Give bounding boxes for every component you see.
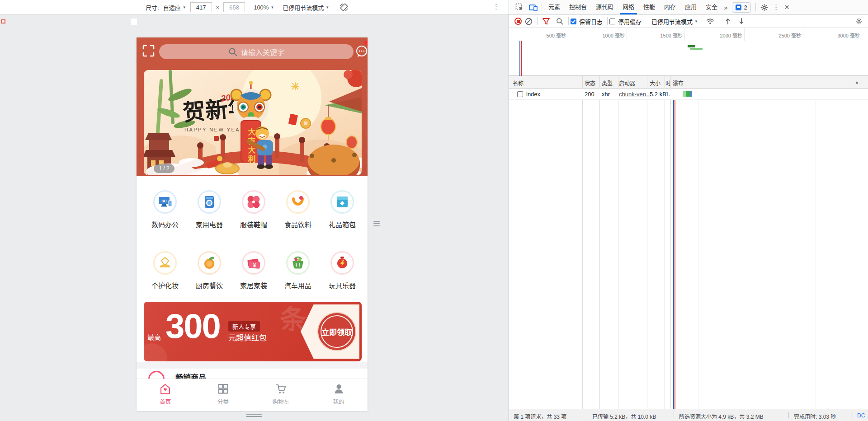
person-icon: [333, 383, 345, 395]
clear-network-log-icon[interactable]: [522, 15, 535, 27]
column-name[interactable]: 名称: [513, 79, 524, 87]
devtools-settings-icon[interactable]: [758, 1, 771, 13]
more-tabs-icon[interactable]: »: [722, 4, 729, 11]
category-toys[interactable]: 玩具乐器: [320, 251, 364, 290]
request-checkbox[interactable]: [517, 91, 523, 97]
inspect-element-icon[interactable]: [513, 1, 526, 13]
tab-network[interactable]: 网络: [618, 0, 639, 14]
request-initiator-link[interactable]: chunk-ven…: [619, 91, 652, 98]
request-size: 5.2 kB: [650, 91, 666, 98]
tab-sources[interactable]: 源代码: [591, 0, 618, 14]
category-kitchen[interactable]: 厨房餐饮: [187, 251, 231, 290]
device-toolbar-toggle-icon[interactable]: [526, 1, 540, 13]
tab-elements[interactable]: 元素: [544, 0, 565, 14]
tab-cart[interactable]: 购物车: [252, 379, 310, 411]
column-type[interactable]: 类型: [602, 79, 613, 87]
export-har-icon[interactable]: [735, 15, 748, 27]
screen: 尺寸: 自适应▼ × 100%▼ 已停用节流模式▼ ⋮: [0, 0, 868, 421]
diamond-ring-icon: [153, 251, 177, 275]
column-time[interactable]: 时: [665, 79, 670, 87]
preserve-log-checkbox[interactable]: [571, 19, 576, 24]
coupon-ticket-icon: ¥: [242, 251, 265, 275]
category-label: 服装鞋帽: [240, 220, 267, 229]
chevron-down-icon: ▼: [326, 5, 329, 9]
chevron-down-icon: ▼: [183, 5, 186, 9]
search-input[interactable]: 请输入关键字: [159, 44, 354, 59]
request-status: 200: [585, 91, 594, 98]
coupon-max-label: 最高: [147, 332, 161, 341]
category-home-appliance[interactable]: 家用电器: [187, 190, 231, 229]
category-auto[interactable]: 汽车用品: [276, 251, 320, 290]
message-bubble-icon[interactable]: [355, 45, 368, 58]
column-status[interactable]: 状态: [585, 79, 595, 87]
devtools-panel: 元素 控制台 源代码 网络 性能 内存 应用 安全 » 2 ⋮ ✕: [509, 0, 868, 421]
category-row-1: 3C 数码办公 家用电器: [137, 190, 368, 229]
network-throttling-dropdown[interactable]: 已停用节流模式 ▼: [651, 17, 698, 26]
devtools-more-icon[interactable]: ⋮: [771, 3, 781, 11]
device-toolbar: 尺寸: 自适应▼ × 100%▼ 已停用节流模式▼ ⋮: [0, 0, 509, 15]
preserve-log-label[interactable]: 保留日志: [579, 17, 603, 26]
network-conditions-icon[interactable]: [703, 15, 717, 27]
record-network-log-icon[interactable]: [514, 18, 522, 25]
white-marker: [131, 19, 137, 25]
category-gifts-bags[interactable]: 礼品箱包: [320, 190, 364, 229]
new-user-coupon-banner[interactable]: 一条 最高 300 新人专享 元超值红包 立即领取: [144, 302, 362, 361]
rotate-icon[interactable]: [340, 3, 349, 12]
scan-qr-icon[interactable]: [142, 45, 155, 57]
banner-subtitle: HAPPY NEW YEAR: [184, 127, 245, 132]
zoom-dropdown[interactable]: 100%▼: [254, 4, 274, 11]
throttling-dropdown[interactable]: 已停用节流模式▼: [283, 3, 329, 12]
category-digital-office[interactable]: 3C 数码办公: [143, 190, 187, 229]
category-personal-care[interactable]: 个护化妆: [143, 251, 187, 290]
tab-label: 购物车: [273, 397, 290, 406]
transferred-summary: 已传输 5.2 kB，共 10.0 kB: [592, 412, 656, 420]
search-network-icon[interactable]: [553, 15, 566, 27]
responsive-mode-dropdown[interactable]: 自适应▼: [163, 3, 186, 12]
claim-coupon-button[interactable]: 立即领取: [317, 312, 356, 351]
tab-performance[interactable]: 性能: [639, 0, 660, 14]
issues-count: 2: [744, 4, 747, 11]
device-toolbar-more-icon[interactable]: ⋮: [493, 3, 500, 11]
page-background: 请输入关键字: [0, 15, 509, 421]
chevron-down-icon: ▼: [270, 5, 274, 9]
hot-products-section: 畅销商品: [137, 369, 368, 379]
timeline-ruler: 500 毫秒 1000 毫秒 1500 毫秒 2000 毫秒 2500 毫秒 3…: [509, 28, 868, 41]
column-waterfall[interactable]: 瀑布: [673, 79, 684, 87]
category-home-decor[interactable]: ¥ 家居家装: [231, 251, 276, 290]
gift-box-icon: [330, 190, 354, 214]
filter-icon[interactable]: [539, 15, 553, 27]
viewport-width-input[interactable]: [190, 2, 212, 12]
category-clothing[interactable]: 服装鞋帽: [231, 190, 276, 229]
issues-badge[interactable]: 2: [732, 2, 750, 13]
import-har-icon[interactable]: [721, 15, 735, 27]
ruler-tick-label: 1000 毫秒: [575, 32, 625, 39]
tab-label: 分类: [217, 397, 229, 406]
tab-home[interactable]: 首页: [137, 379, 194, 411]
column-size[interactable]: 大小: [650, 79, 660, 87]
dcl-event-line: [519, 41, 520, 76]
load-event-line: [675, 89, 675, 409]
viewport-height-input[interactable]: [223, 2, 245, 12]
sort-ascending-icon[interactable]: ▲: [855, 80, 859, 84]
waterfall-stalled-bar: [683, 91, 686, 97]
tab-memory[interactable]: 内存: [660, 0, 680, 14]
coupon-amount: 300: [165, 309, 220, 343]
tab-profile[interactable]: 我的: [310, 379, 368, 411]
tab-security[interactable]: 安全: [701, 0, 722, 14]
column-initiator[interactable]: 启动器: [619, 79, 635, 87]
request-name[interactable]: index: [526, 91, 540, 98]
network-settings-icon[interactable]: [852, 15, 866, 27]
requests-table-header: 名称 状态 类型 启动器 大小 时 瀑布 ▲: [509, 76, 868, 89]
network-overview[interactable]: [509, 41, 868, 76]
coupon-badge: 新人专享: [228, 321, 260, 332]
disable-cache-checkbox[interactable]: [609, 19, 615, 24]
domcontentloaded-time: DC: [857, 412, 865, 419]
disable-cache-label[interactable]: 停用缓存: [618, 17, 642, 26]
devtools-close-icon[interactable]: ✕: [781, 4, 793, 11]
tab-console[interactable]: 控制台: [565, 0, 591, 14]
smile-cup-icon: [286, 190, 310, 214]
tab-category[interactable]: 分类: [194, 379, 252, 411]
category-food-drink[interactable]: 食品饮料: [276, 190, 320, 229]
tab-application[interactable]: 应用: [680, 0, 701, 14]
new-year-banner[interactable]: 贺新年 2022 HAPPY NEW YEAR: [144, 70, 362, 175]
